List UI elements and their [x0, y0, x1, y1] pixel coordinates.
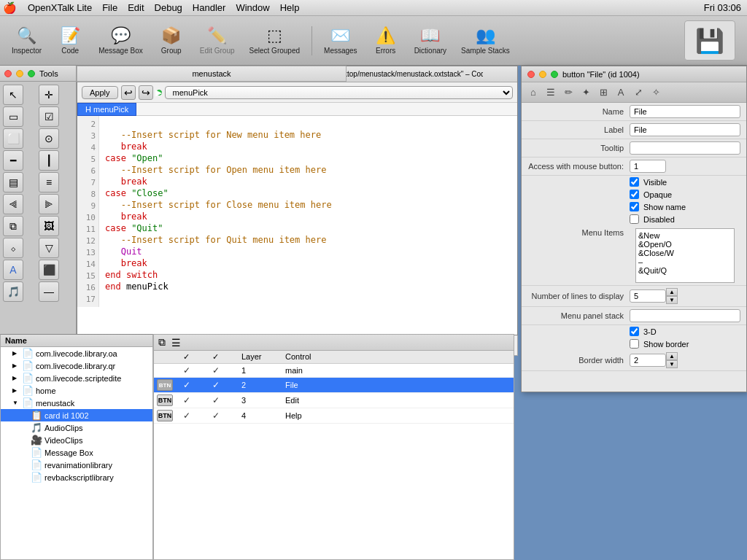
sample-stacks-btn[interactable]: 👥 Sample Stacks [455, 23, 516, 58]
insp-minimize[interactable] [539, 71, 546, 78]
list-item[interactable]: ▼ 📄 menustack [1, 397, 152, 409]
field-tool[interactable]: ▤ [3, 172, 23, 192]
list-item[interactable]: 🎵 AudioClips [1, 421, 152, 434]
messages-btn[interactable]: ✉️ Messages [318, 23, 363, 58]
dictionary-btn[interactable]: 📖 Dictionary [409, 23, 452, 58]
list-item[interactable]: 📄 revbackscriptlibrary [1, 471, 152, 483]
num-lines-input[interactable] [630, 289, 666, 303]
insp-effects-btn[interactable]: ✧ [649, 85, 663, 100]
border-width-up[interactable]: ▲ [666, 352, 678, 360]
insp-home-btn[interactable]: ⌂ [526, 85, 541, 100]
inspector-btn[interactable]: 🔍 Inspector [6, 23, 47, 58]
apple-menu[interactable]: 🍎 [3, 1, 17, 15]
hscroll-tool[interactable]: ━ [3, 150, 23, 171]
align-right-tool[interactable]: ⫸ [39, 194, 59, 214]
border-width-input[interactable] [630, 354, 666, 367]
menu-items-list[interactable]: &New &Open/O &Close/W – &Quit/Q [635, 228, 735, 283]
show-border-checkbox[interactable] [630, 339, 639, 349]
insp-close[interactable] [527, 71, 535, 78]
show-name-checkbox[interactable] [630, 202, 639, 211]
3d-checkbox[interactable] [630, 327, 639, 336]
insp-font-btn[interactable]: A [614, 85, 628, 100]
menu-panel-input[interactable] [630, 309, 740, 322]
code-area[interactable]: 2 3 4 5 6 7 8 9 10 11 12 13 14 15 16 17 … [77, 116, 517, 307]
stack-tool[interactable]: ⧉ [3, 216, 23, 236]
color-tool[interactable]: A [3, 260, 23, 280]
label-input[interactable] [630, 123, 740, 136]
combo-tool[interactable]: ▽ [39, 238, 59, 258]
edit-group-btn[interactable]: ✏️ Edit Group [194, 23, 241, 58]
gradient-tool[interactable]: ⬛ [39, 260, 59, 280]
code-text[interactable]: --Insert script for New menu item here b… [99, 116, 517, 307]
align-left-tool[interactable]: ⫷ [3, 194, 23, 214]
list-item[interactable]: 📋 card id 1002 [1, 409, 152, 421]
num-lines-up[interactable]: ▲ [666, 288, 678, 296]
num-lines-down[interactable]: ▼ [666, 296, 678, 304]
button-tool[interactable]: ⬜ [3, 128, 23, 149]
table-row[interactable]: ✓ ✓ 1 main [154, 364, 514, 378]
close-btn[interactable] [4, 70, 12, 77]
radio-tool[interactable]: ⊙ [39, 128, 59, 149]
list-item[interactable]: ▶ 📄 home [1, 384, 152, 397]
undo-btn[interactable]: ↩ [121, 85, 136, 100]
arrow-tool[interactable]: ↖ [3, 85, 23, 105]
list-item[interactable]: ▶ 📄 com.livecode.library.qr [1, 359, 152, 372]
vscroll-tool[interactable]: ┃ [39, 150, 59, 171]
layer-icon-stack[interactable]: ⧉ [158, 336, 166, 349]
message-box-btn[interactable]: 💬 Message Box [93, 23, 149, 58]
insp-maximize[interactable] [551, 71, 558, 78]
list-tool[interactable]: ≡ [39, 172, 59, 192]
list-item[interactable]: 📄 revanimationlibrary [1, 459, 152, 471]
errors-btn[interactable]: ⚠️ Errors [366, 23, 406, 58]
name-input[interactable] [630, 105, 740, 118]
table-row[interactable]: BTN ✓ ✓ 2 File [154, 378, 514, 393]
redo-btn[interactable]: ↪ [139, 85, 153, 100]
handler-select[interactable]: menuPick [165, 86, 513, 99]
insp-wand-btn[interactable]: ✦ [578, 85, 593, 100]
menu-handler[interactable]: Handler [187, 1, 231, 14]
maximize-btn[interactable] [28, 70, 35, 77]
apply-button[interactable]: Apply [82, 86, 118, 99]
disabled-checkbox[interactable] [630, 214, 639, 224]
crosshair-tool[interactable]: ✛ [39, 85, 59, 105]
border-width-down[interactable]: ▼ [666, 360, 678, 368]
image-tool[interactable]: 🖼 [39, 216, 59, 236]
menu-help[interactable]: Help [275, 1, 305, 14]
table-row[interactable]: BTN ✓ ✓ 3 Edit [154, 393, 514, 408]
fill-tool[interactable]: — [39, 281, 59, 302]
clock: Fri 03:06 [704, 2, 744, 13]
access-input[interactable] [630, 160, 666, 173]
visible-checkbox[interactable] [630, 177, 639, 187]
layer-icon-tree[interactable]: ☰ [171, 337, 181, 349]
item-label: menustack [36, 399, 74, 408]
list-item[interactable]: 📄 Message Box [1, 446, 152, 459]
checkbox-tool[interactable]: ☑ [39, 106, 59, 127]
group-btn[interactable]: 📦 Group [152, 23, 191, 58]
menu-debug[interactable]: Debug [150, 1, 187, 14]
dropdown-tool[interactable]: ⬦ [3, 238, 23, 258]
menu-edit[interactable]: Edit [123, 1, 149, 14]
menu-app[interactable]: OpenXTalk Lite [23, 1, 97, 14]
table-row[interactable]: BTN ✓ ✓ 4 Help [154, 408, 514, 424]
insp-pen-btn[interactable]: ✏ [561, 85, 576, 100]
minimize-btn[interactable] [16, 70, 23, 77]
insp-plus-btn[interactable]: ⊞ [596, 85, 611, 100]
list-item[interactable]: 🎥 VideoClips [1, 434, 152, 446]
menu-file[interactable]: File [97, 1, 123, 14]
opaque-checkbox[interactable] [630, 190, 639, 199]
insp-list-btn[interactable]: ☰ [543, 85, 558, 100]
menu-window[interactable]: Window [231, 1, 274, 14]
select-grouped-btn[interactable]: ⬚ Select Grouped [244, 23, 306, 58]
show-border-row: Show border [522, 338, 746, 350]
script-tab-menupick[interactable]: H menuPick [77, 103, 136, 116]
row2-control: File [285, 381, 511, 389]
run-btn[interactable]: ▶ [156, 90, 162, 96]
code-btn[interactable]: 📝 Code [50, 23, 90, 58]
tooltip-input[interactable] [630, 141, 740, 155]
list-item[interactable]: ▶ 📄 com.livecode.scriptedite [1, 372, 152, 384]
3d-row: 3-D [522, 325, 746, 338]
insp-resize-btn[interactable]: ⤢ [631, 85, 646, 100]
rect-tool[interactable]: ▭ [3, 106, 23, 127]
audio-tool[interactable]: 🎵 [3, 281, 23, 302]
list-item[interactable]: ▶ 📄 com.livecode.library.oa [1, 347, 152, 359]
